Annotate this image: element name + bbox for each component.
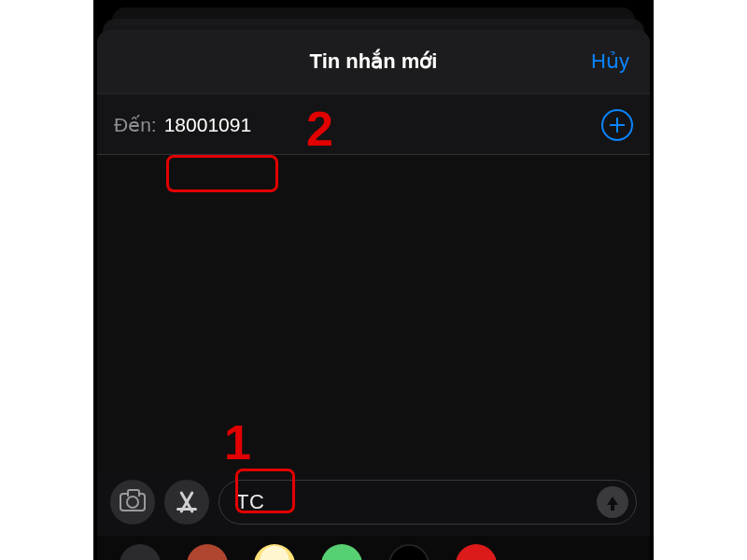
- message-input-text[interactable]: TC: [236, 490, 264, 514]
- app-drawer-item[interactable]: [187, 544, 228, 560]
- cancel-button[interactable]: Hủy: [591, 49, 629, 74]
- recipient-row[interactable]: Đến: 18001091: [97, 93, 650, 155]
- app-drawer-item[interactable]: [120, 544, 161, 560]
- camera-button[interactable]: [110, 480, 155, 525]
- message-field[interactable]: TC: [218, 480, 637, 525]
- recipient-input[interactable]: 18001091: [164, 114, 601, 136]
- send-button[interactable]: [597, 486, 628, 518]
- page-title: Tin nhắn mới: [310, 49, 438, 74]
- apps-button[interactable]: [164, 480, 209, 525]
- appstore-icon: [174, 489, 200, 515]
- arrow-up-icon: [607, 497, 618, 505]
- recipient-label: Đến:: [114, 114, 157, 136]
- camera-icon: [120, 493, 146, 511]
- app-drawer-item[interactable]: [388, 544, 430, 560]
- app-drawer-item[interactable]: [254, 544, 295, 560]
- input-bar: TC: [97, 470, 650, 536]
- app-drawer-item[interactable]: [321, 544, 362, 560]
- phone-frame: Tin nhắn mới Hủy Đến: 18001091 TC: [93, 0, 654, 560]
- app-drawer-item[interactable]: [456, 544, 497, 560]
- app-drawer-strip[interactable]: [97, 536, 650, 560]
- navbar: Tin nhắn mới Hủy: [97, 30, 650, 93]
- compose-sheet: Tin nhắn mới Hủy Đến: 18001091 TC: [97, 30, 650, 560]
- add-contact-button[interactable]: [601, 109, 633, 141]
- conversation-area: [97, 155, 650, 470]
